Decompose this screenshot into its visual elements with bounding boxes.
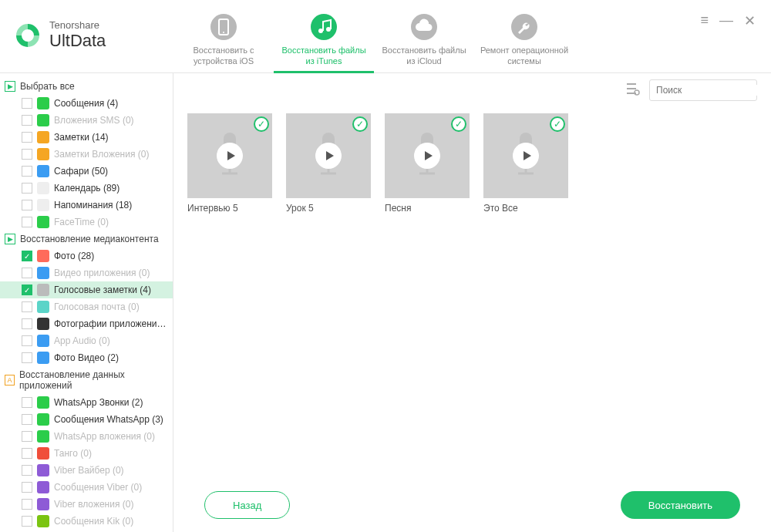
item-checkbox[interactable] — [22, 98, 32, 109]
item-checkbox[interactable] — [22, 149, 32, 160]
svg-rect-5 — [627, 88, 636, 89]
cloud-icon — [411, 14, 437, 40]
search-input[interactable] — [656, 85, 771, 96]
play-icon[interactable] — [217, 143, 243, 169]
sidebar-item[interactable]: Сафари (50) — [0, 163, 173, 180]
tile-thumbnail[interactable]: ✓ — [187, 113, 272, 198]
sidebar-item[interactable]: Фото (28) — [0, 247, 173, 264]
item-checkbox[interactable] — [22, 397, 32, 408]
item-checkbox[interactable] — [22, 115, 32, 126]
sidebar-item[interactable]: WhatsApp Звонки (2) — [0, 394, 173, 411]
item-label: Голосовая почта (0) — [54, 301, 140, 312]
minimize-icon[interactable]: — — [719, 12, 733, 29]
sidebar-item[interactable]: Голосовая почта (0) — [0, 298, 173, 315]
tile-checkbox[interactable]: ✓ — [352, 116, 368, 132]
group-header[interactable]: AВосстановление данных приложений — [0, 366, 173, 394]
close-icon[interactable]: ✕ — [744, 12, 756, 29]
sidebar-item[interactable]: Вложения SMS (0) — [0, 112, 173, 129]
item-checkbox[interactable] — [22, 465, 32, 476]
group-title: Восстановление данных приложений — [19, 369, 168, 391]
item-checkbox[interactable] — [22, 183, 32, 194]
item-checkbox[interactable] — [22, 516, 32, 527]
item-checkbox[interactable] — [22, 166, 32, 177]
sidebar-item[interactable]: Фото Видео (2) — [0, 349, 173, 366]
voice-memo-tile[interactable]: ✓Интервью 5 — [187, 113, 272, 214]
menu-icon[interactable]: ≡ — [700, 12, 709, 29]
tile-checkbox[interactable]: ✓ — [550, 116, 565, 132]
sidebar-item[interactable]: Голосовые заметки (4) — [0, 281, 173, 298]
sidebar-item[interactable]: WhatsApp вложения (0) — [0, 428, 173, 445]
group-checkbox[interactable]: A — [5, 375, 15, 386]
category-icon — [37, 515, 49, 527]
item-checkbox[interactable] — [22, 352, 32, 363]
item-checkbox[interactable] — [22, 431, 32, 442]
back-button[interactable]: Назад — [204, 491, 290, 519]
sidebar-item[interactable]: Viber вложения (0) — [0, 496, 173, 513]
sidebar-item[interactable]: Фотографии приложений (5) — [0, 315, 173, 332]
category-icon — [37, 318, 49, 330]
category-icon — [37, 131, 49, 143]
item-checkbox[interactable] — [22, 268, 32, 278]
tab-wrench[interactable]: Ремонт операционной системы — [474, 0, 574, 73]
sidebar[interactable]: ▶Выбрать всеСообщения (4)Вложения SMS (0… — [0, 73, 173, 532]
item-label: Танго (0) — [54, 448, 92, 459]
voice-memo-tile[interactable]: ✓Это Все — [483, 113, 568, 214]
sidebar-item[interactable]: Сообщения Kik (0) — [0, 513, 173, 530]
voice-memo-tile[interactable]: ✓Песня — [385, 113, 470, 214]
item-checkbox[interactable] — [22, 499, 32, 510]
group-checkbox[interactable]: ▶ — [5, 234, 15, 244]
tile-checkbox[interactable]: ✓ — [451, 116, 466, 132]
recover-button[interactable]: Восстановить — [621, 491, 740, 519]
group-header[interactable]: ▶Выбрать все — [0, 78, 173, 95]
item-checkbox[interactable] — [22, 200, 32, 210]
sidebar-item[interactable]: Напоминания (18) — [0, 197, 173, 214]
item-checkbox[interactable] — [22, 251, 32, 261]
sidebar-item[interactable]: Заметки (14) — [0, 129, 173, 146]
search-box[interactable] — [649, 79, 757, 101]
tab-phone[interactable]: Восстановить с устройства iOS — [173, 0, 274, 73]
tile-checkbox[interactable]: ✓ — [254, 116, 269, 132]
sidebar-item[interactable]: Видео приложения (0) — [0, 264, 173, 281]
play-icon[interactable] — [315, 143, 342, 169]
tab-music[interactable]: Восстановить файлы из iTunes — [274, 0, 374, 73]
sidebar-item[interactable]: Viber Вайбер (0) — [0, 462, 173, 479]
group-header[interactable]: ▶Восстановление медиаконтента — [0, 231, 173, 247]
sidebar-item[interactable]: Календарь (89) — [0, 180, 173, 197]
item-label: Сафари (50) — [54, 166, 108, 177]
item-checkbox[interactable] — [22, 414, 32, 425]
sidebar-item[interactable]: FaceTime (0) — [0, 214, 173, 231]
item-checkbox[interactable] — [22, 132, 32, 143]
category-icon — [37, 182, 49, 194]
tab-cloud[interactable]: Восстановить файлы из iCloud — [374, 0, 474, 73]
category-icon — [37, 114, 49, 126]
sidebar-item[interactable]: Танго (0) — [0, 445, 173, 462]
tile-thumbnail[interactable]: ✓ — [385, 113, 470, 198]
sidebar-item[interactable]: Сообщения Viber (0) — [0, 479, 173, 496]
settings-list-icon[interactable] — [626, 82, 640, 99]
category-icon — [37, 464, 49, 476]
item-checkbox[interactable] — [22, 335, 32, 346]
item-label: Календарь (89) — [54, 183, 120, 194]
item-checkbox[interactable] — [22, 217, 32, 227]
item-checkbox[interactable] — [22, 318, 32, 329]
content-grid: ✓Интервью 5✓Урок 5✓Песня✓Это Все — [173, 107, 771, 478]
sidebar-item[interactable]: Заметки Вложения (0) — [0, 146, 173, 163]
group-checkbox[interactable]: ▶ — [5, 81, 15, 92]
tile-thumbnail[interactable]: ✓ — [286, 113, 371, 198]
tile-thumbnail[interactable]: ✓ — [483, 113, 568, 198]
category-icon — [37, 396, 49, 409]
item-checkbox[interactable] — [22, 301, 32, 312]
item-label: WhatsApp вложения (0) — [54, 431, 155, 442]
sidebar-item[interactable]: Сообщения (4) — [0, 95, 173, 112]
category-icon — [37, 413, 49, 426]
item-checkbox[interactable] — [22, 482, 32, 493]
item-checkbox[interactable] — [22, 448, 32, 459]
sidebar-item[interactable]: App Audio (0) — [0, 332, 173, 349]
sidebar-item[interactable]: Сообщения WhatsApp (3) — [0, 411, 173, 428]
play-icon[interactable] — [414, 143, 440, 169]
category-icon — [37, 97, 49, 109]
play-icon[interactable] — [513, 143, 539, 169]
item-checkbox[interactable] — [22, 285, 32, 295]
voice-memo-tile[interactable]: ✓Урок 5 — [286, 113, 371, 214]
tab-label: Ремонт операционной системы — [474, 45, 574, 67]
